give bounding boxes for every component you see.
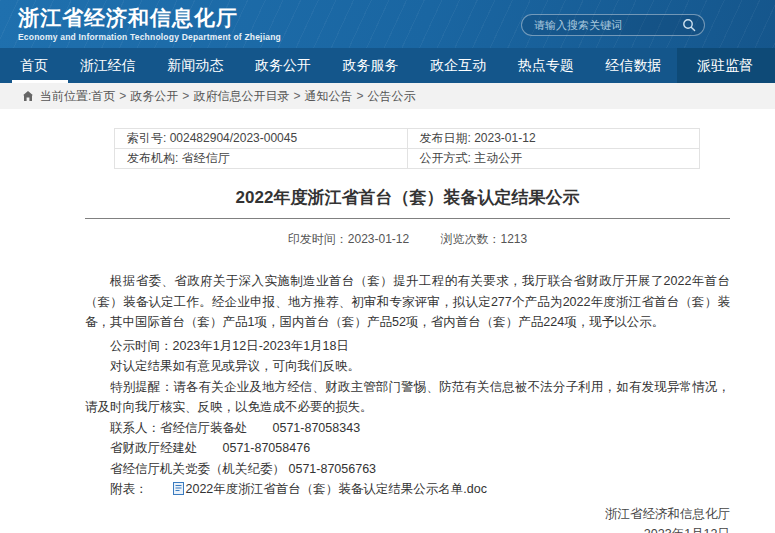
doc-icon (148, 481, 184, 502)
breadcrumb-prefix: 当前位置: (40, 88, 91, 105)
nav-spacer (321, 48, 327, 83)
nav-spacer (233, 48, 239, 83)
meta-open-method: 公开方式: 主动公开 (407, 149, 700, 169)
breadcrumb-separator: > (119, 89, 126, 103)
signature-date: 2023年1月12日 (85, 524, 730, 533)
nav-spacer (409, 48, 415, 83)
paragraph-feedback: 对认定结果如有意见或异议，可向我们反映。 (85, 356, 730, 377)
article-content: 索引号: 002482904/2023-00045 发布日期: 2023-01-… (0, 128, 775, 533)
nav-item-gov-service[interactable]: 政务服务 (333, 48, 409, 83)
nav-item-interaction[interactable]: 政企互动 (420, 48, 496, 83)
site-title: 浙江省经济和信息化厅 (18, 6, 281, 30)
paragraph-publicity-period: 公示时间：2023年1月12日-2023年1月18日 (85, 336, 730, 357)
search-icon[interactable] (682, 18, 704, 32)
nav-spacer (58, 48, 64, 83)
print-time-label: 印发时间： (288, 232, 348, 246)
search-input[interactable] (522, 19, 682, 31)
breadcrumb-separator: > (356, 89, 363, 103)
paragraph-contact-discipline: 省经信厅机关党委（机关纪委） 0571-87056763 (85, 459, 730, 480)
search-box (521, 14, 705, 36)
home-icon (22, 90, 34, 102)
site-subtitle: Economy and Information Technology Depar… (18, 32, 281, 42)
breadcrumb: 当前位置: 首页 > 政务公开 > 政府信息公开目录 > 通知公告 > 公告公示 (0, 83, 775, 109)
meta-publish-date: 发布日期: 2023-01-12 (407, 129, 700, 149)
doc-meta-table: 索引号: 002482904/2023-00045 发布日期: 2023-01-… (114, 128, 700, 169)
breadcrumb-separator: > (293, 89, 300, 103)
page-title: 2022年度浙江省首台（套）装备认定结果公示 (85, 186, 730, 209)
site-header: 浙江省经济和信息化厅 Economy and Information Techn… (0, 0, 775, 48)
crumb-announcements[interactable]: 公告公示 (367, 88, 415, 105)
nav-item-zhejiang-jingxin[interactable]: 浙江经信 (70, 48, 146, 83)
nav-spacer (496, 48, 502, 83)
nav-item-supervision[interactable]: 派驻监督 (677, 48, 775, 83)
crumb-info-directory[interactable]: 政府信息公开目录 (193, 88, 289, 105)
nav-item-news[interactable]: 新闻动态 (157, 48, 233, 83)
title-divider (85, 218, 730, 219)
nav-spacer (584, 48, 590, 83)
meta-publish-org: 发布机构: 省经信厅 (115, 149, 408, 169)
nav-item-gov-open[interactable]: 政务公开 (245, 48, 321, 83)
nav-item-data[interactable]: 经信数据 (595, 48, 671, 83)
nav-spacer (146, 48, 152, 83)
table-row: 发布机构: 省经信厅 公开方式: 主动公开 (115, 149, 700, 169)
article-meta-line: 印发时间：2023-01-12 浏览次数：1213 (85, 231, 730, 248)
views-label: 浏览次数： (441, 232, 501, 246)
crumb-gov-open[interactable]: 政务公开 (130, 88, 178, 105)
article-body: 根据省委、省政府关于深入实施制造业首台（套）提升工程的有关要求，我厅联合省财政厅… (85, 271, 730, 533)
print-time-value: 2023-01-12 (348, 232, 409, 246)
nav-item-hot-topics[interactable]: 热点专题 (508, 48, 584, 83)
views-value: 1213 (501, 232, 528, 246)
paragraph-contact-finance: 省财政厅经建处 0571-87058476 (85, 438, 730, 459)
paragraph-special-reminder: 特别提醒：请各有关企业及地方经信、财政主管部门警惕、防范有关信息被不法分子利用，… (85, 377, 730, 418)
attachment-label: 附表： (110, 482, 148, 496)
crumb-notices[interactable]: 通知公告 (304, 88, 352, 105)
nav-item-home[interactable]: 首页 (10, 48, 58, 83)
page: 浙江省经济和信息化厅 Economy and Information Techn… (0, 0, 775, 533)
main-nav: 首页 浙江经信 新闻动态 政务公开 政务服务 政企互动 热点专题 经信数据 派驻… (0, 48, 775, 83)
signature-org: 浙江省经济和信息化厅 (85, 504, 730, 524)
breadcrumb-separator: > (182, 89, 189, 103)
meta-index-number: 索引号: 002482904/2023-00045 (115, 129, 408, 149)
signature-block: 浙江省经济和信息化厅 2023年1月12日 (85, 504, 730, 533)
site-logo[interactable]: 浙江省经济和信息化厅 Economy and Information Techn… (18, 6, 281, 42)
attachment-link[interactable]: 2022年度浙江省首台（套）装备认定结果公示名单.doc (186, 482, 487, 496)
table-row: 索引号: 002482904/2023-00045 发布日期: 2023-01-… (115, 129, 700, 149)
attachment-row: 附表：2022年度浙江省首台（套）装备认定结果公示名单.doc (85, 479, 730, 502)
paragraph-intro: 根据省委、省政府关于深入实施制造业首台（套）提升工程的有关要求，我厅联合省财政厅… (85, 271, 730, 333)
crumb-home[interactable]: 首页 (91, 88, 115, 105)
paragraph-contact-equipment: 联系人：省经信厅装备处 0571-87058343 (85, 418, 730, 439)
